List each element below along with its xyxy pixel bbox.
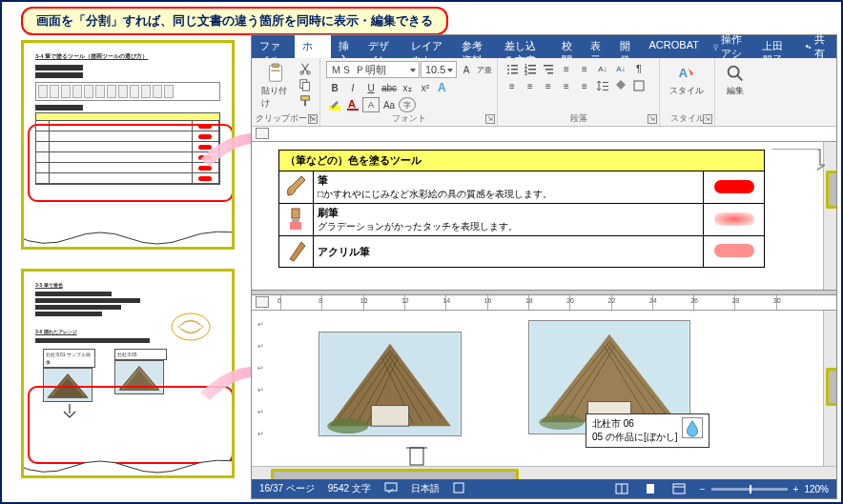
- paragraph-launcher[interactable]: ⇲: [648, 114, 657, 124]
- align-center-button[interactable]: ≡: [522, 78, 539, 93]
- vertical-scrollbar-top[interactable]: [823, 142, 836, 290]
- tab-acrobat[interactable]: ACROBAT: [642, 35, 707, 58]
- table-row: 筆□かすれやにじみなど水彩絵の具の質感を表現します。: [279, 171, 765, 204]
- align-left-button[interactable]: ≡: [504, 78, 521, 93]
- subscript-button[interactable]: x₂: [399, 80, 416, 95]
- table-row: アクリル筆: [279, 236, 765, 268]
- bold-button[interactable]: B: [326, 80, 343, 95]
- text-direction-button[interactable]: A↓: [594, 61, 611, 76]
- svg-point-67: [539, 414, 584, 430]
- clipboard-launcher[interactable]: ⇲: [308, 114, 318, 124]
- show-marks-button[interactable]: ¶: [630, 61, 648, 76]
- user-name[interactable]: 上田朋子: [754, 35, 797, 58]
- tab-insert[interactable]: 挿入: [331, 35, 360, 58]
- read-mode-icon[interactable]: [614, 482, 629, 495]
- char-border-button[interactable]: A: [362, 97, 380, 112]
- tell-me-search[interactable]: 操作アシ: [707, 35, 754, 58]
- tab-selector[interactable]: [256, 296, 269, 308]
- macro-record-icon[interactable]: [453, 482, 464, 495]
- editing-menu[interactable]: 編集: [721, 61, 750, 99]
- tool-table-header: （筆などの）色を塗るツール: [279, 151, 765, 171]
- web-layout-icon[interactable]: [671, 482, 687, 495]
- ribbon-home: 貼り付け クリップボード ⇲ ＭＳ Ｐ明朝 10.5 A ア亜: [252, 58, 836, 127]
- numbering-button[interactable]: 123: [522, 61, 539, 76]
- zoom-control[interactable]: − + 120%: [700, 484, 829, 494]
- tab-view[interactable]: 表示: [583, 35, 612, 58]
- share-button[interactable]: 共有: [797, 35, 836, 58]
- svg-rect-40: [634, 81, 644, 91]
- svg-rect-23: [511, 65, 518, 67]
- tab-developer[interactable]: 開発: [612, 35, 642, 58]
- svg-text:A: A: [348, 98, 356, 110]
- justify-button[interactable]: ≡: [558, 78, 575, 93]
- tab-design[interactable]: デザイン: [360, 35, 403, 58]
- page-content-top[interactable]: （筆などの）色を塗るツール 筆□かすれやにじみなど水彩絵の具の質感を表現します。…: [278, 150, 817, 268]
- vertical-scrollbar-bottom[interactable]: [823, 311, 836, 466]
- increase-indent-button[interactable]: ≡: [576, 61, 593, 76]
- ruler-top-pane[interactable]: [252, 127, 836, 142]
- grow-font-icon[interactable]: A: [458, 62, 475, 77]
- copy-button[interactable]: [297, 77, 314, 92]
- font-name-combo[interactable]: ＭＳ Ｐ明朝: [326, 61, 420, 78]
- format-painter-button[interactable]: [297, 93, 314, 109]
- styles-gallery[interactable]: A スタイル: [666, 61, 708, 99]
- table-row: 刷筆グラデーションがかったタッチを表現します。: [279, 204, 765, 236]
- svg-rect-9: [269, 66, 281, 82]
- print-layout-icon[interactable]: [643, 482, 658, 495]
- svg-rect-15: [302, 82, 309, 91]
- tab-file[interactable]: ファイル: [252, 35, 295, 58]
- underline-button[interactable]: U: [362, 80, 380, 95]
- zoom-out-icon[interactable]: −: [700, 484, 706, 494]
- bullets-button[interactable]: [504, 61, 521, 76]
- decrease-indent-button[interactable]: ≡: [558, 61, 575, 76]
- spellcheck-icon[interactable]: [384, 482, 398, 495]
- svg-text:A: A: [679, 66, 688, 80]
- sample-image-a[interactable]: [319, 332, 462, 436]
- tab-selector[interactable]: [256, 128, 269, 139]
- tab-mailings[interactable]: 差し込み文書: [497, 35, 554, 58]
- page-torn-edge: [21, 459, 235, 478]
- phonetic-icon[interactable]: ア亜: [476, 62, 493, 77]
- superscript-button[interactable]: x²: [417, 80, 434, 95]
- ruler-bottom-pane[interactable]: 6 8 10 12 14 16 18 20 22 24 26 28 30: [252, 295, 836, 311]
- distributed-button[interactable]: ≡: [576, 78, 593, 93]
- caption-card[interactable]: 北杜市 06 05 の作品に[ぼかし]: [586, 413, 709, 448]
- cut-button[interactable]: [297, 61, 314, 76]
- tab-layout[interactable]: レイアウト: [403, 35, 454, 58]
- paste-button[interactable]: 貼り付け: [257, 61, 293, 111]
- word-count[interactable]: 9542 文字: [328, 482, 371, 495]
- svg-rect-36: [547, 72, 553, 74]
- svg-rect-33: [528, 72, 536, 74]
- font-size-combo[interactable]: 10.5: [421, 61, 457, 78]
- char-shading-button[interactable]: Aa: [380, 97, 398, 112]
- svg-rect-27: [511, 72, 518, 74]
- zoom-percent[interactable]: 120%: [804, 484, 829, 494]
- paragraph-marks: ↵↵↵↵↵↵: [257, 320, 273, 466]
- language-indicator[interactable]: 日本語: [411, 482, 440, 495]
- page-count[interactable]: 16/37 ページ: [259, 482, 315, 495]
- enclose-char-button[interactable]: 字: [399, 97, 416, 112]
- font-launcher[interactable]: ⇲: [485, 114, 495, 124]
- highlight-button[interactable]: [326, 97, 343, 112]
- annotation-callout: 画面を「分割」すれば、同じ文書の違う箇所を同時に表示・編集できる: [21, 7, 448, 35]
- text-effects-button[interactable]: A: [435, 80, 452, 95]
- italic-button[interactable]: I: [344, 80, 361, 95]
- tab-review[interactable]: 校閲: [554, 35, 584, 58]
- horizontal-scrollbar[interactable]: [252, 466, 836, 479]
- line-spacing-button[interactable]: [594, 78, 611, 93]
- font-color-button[interactable]: A: [344, 97, 361, 112]
- svg-text:A: A: [438, 81, 446, 94]
- zoom-in-icon[interactable]: +: [793, 484, 799, 494]
- tab-home[interactable]: ホーム: [295, 35, 331, 58]
- tab-references[interactable]: 参考資料: [454, 35, 497, 58]
- borders-button[interactable]: [630, 78, 648, 93]
- sort-button[interactable]: A↓: [612, 61, 629, 76]
- shading-button[interactable]: [612, 78, 629, 93]
- styles-launcher[interactable]: ⇲: [703, 114, 712, 124]
- blur-effect-icon: [682, 417, 703, 438]
- align-right-button[interactable]: ≡: [540, 78, 557, 93]
- page-thumbnails: 3-4 筆で塗るツール（描画ツールの選び方） 3-5 筆で着色: [21, 40, 242, 497]
- multilevel-button[interactable]: [540, 61, 557, 76]
- zoom-slider[interactable]: [711, 488, 788, 491]
- strike-button[interactable]: abc: [380, 80, 398, 95]
